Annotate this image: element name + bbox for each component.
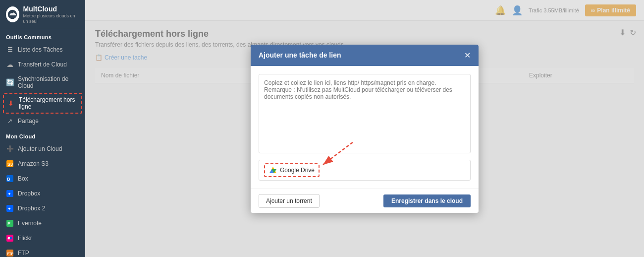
sidebar-item-flickr[interactable]: Flickr xyxy=(0,231,85,246)
list-icon: ☰ xyxy=(6,46,14,54)
modal-body: Google Drive xyxy=(251,66,479,189)
gdrive-dest-icon xyxy=(269,166,277,174)
svg-text:✦: ✦ xyxy=(7,192,11,196)
section-title-outils: Outils Communs xyxy=(0,29,85,42)
modal-destination-row: Google Drive xyxy=(259,160,471,181)
sidebar-item-add-cloud[interactable]: ➕ Ajouter un Cloud xyxy=(0,141,85,156)
section-title-mon-cloud: Mon Cloud xyxy=(0,128,85,141)
sidebar-item-evernote[interactable]: E Evernote xyxy=(0,216,85,231)
sidebar-header: MultCloud Mettre plusieurs clouds en un … xyxy=(0,0,85,29)
amazon-icon: S3 xyxy=(6,160,14,168)
sidebar: MultCloud Mettre plusieurs clouds en un … xyxy=(0,0,85,257)
ftp-icon: FTP xyxy=(6,249,14,257)
share-icon: ↗ xyxy=(6,117,14,125)
svg-text:✦: ✦ xyxy=(7,206,11,211)
sidebar-item-ftp[interactable]: FTP FTP xyxy=(0,246,85,257)
add-cloud-icon: ➕ xyxy=(6,145,14,153)
add-torrent-button[interactable]: Ajouter un torrent xyxy=(259,194,320,208)
svg-point-13 xyxy=(10,237,12,240)
box-icon: B xyxy=(6,175,14,183)
modal-dialog: Ajouter une tâche de lien ✕ xyxy=(251,45,479,213)
sidebar-item-offline[interactable]: ⬇ Téléchargement hors ligne xyxy=(3,93,82,114)
sidebar-item-tasks[interactable]: ☰ Liste des Tâches xyxy=(0,42,85,57)
flickr-icon xyxy=(6,234,14,242)
sidebar-item-sync[interactable]: 🔄 Synchronisation de Cloud xyxy=(0,72,85,93)
evernote-icon: E xyxy=(6,219,14,227)
sidebar-item-dropbox[interactable]: ✦ Dropbox xyxy=(0,186,85,201)
download-icon: ⬇ xyxy=(7,99,15,107)
svg-text:S3: S3 xyxy=(7,162,13,167)
destination-selector[interactable]: Google Drive xyxy=(264,163,320,177)
logo-text-block: MultCloud Mettre plusieurs clouds en un … xyxy=(23,5,79,24)
modal-footer: Ajouter un torrent Enregistrer dans le c… xyxy=(251,189,479,213)
sidebar-item-dropbox2[interactable]: ✦ Dropbox 2 xyxy=(0,201,85,216)
modal-close-button[interactable]: ✕ xyxy=(464,51,471,60)
destination-label: Google Drive xyxy=(280,167,315,174)
modal-title: Ajouter une tâche de lien xyxy=(259,51,341,59)
sidebar-item-amazon[interactable]: S3 Amazon S3 xyxy=(0,156,85,171)
modal-header: Ajouter une tâche de lien ✕ xyxy=(251,45,479,66)
svg-text:E: E xyxy=(7,221,10,226)
sidebar-item-transfer[interactable]: ☁ Transfert de Cloud xyxy=(0,57,85,72)
transfer-icon: ☁ xyxy=(6,61,14,68)
svg-text:FTP: FTP xyxy=(7,252,13,256)
logo-name: MultCloud xyxy=(23,5,79,13)
save-cloud-button[interactable]: Enregistrer dans le cloud xyxy=(383,194,471,207)
logo-tagline: Mettre plusieurs clouds en un seul xyxy=(23,13,79,24)
link-textarea[interactable] xyxy=(259,74,471,153)
logo-icon xyxy=(6,6,19,22)
sidebar-item-share[interactable]: ↗ Partage xyxy=(0,114,85,128)
modal-overlay: Ajouter une tâche de lien ✕ xyxy=(85,0,644,257)
svg-text:B: B xyxy=(7,177,10,182)
sync-icon: 🔄 xyxy=(6,78,14,86)
dropbox-icon: ✦ xyxy=(6,190,14,197)
dropbox2-icon: ✦ xyxy=(6,204,14,212)
sidebar-item-box[interactable]: B Box xyxy=(0,171,85,186)
main-content: 🔔 👤 Trafic 3.55MB/illimité ∞ Plan illimi… xyxy=(85,0,644,257)
